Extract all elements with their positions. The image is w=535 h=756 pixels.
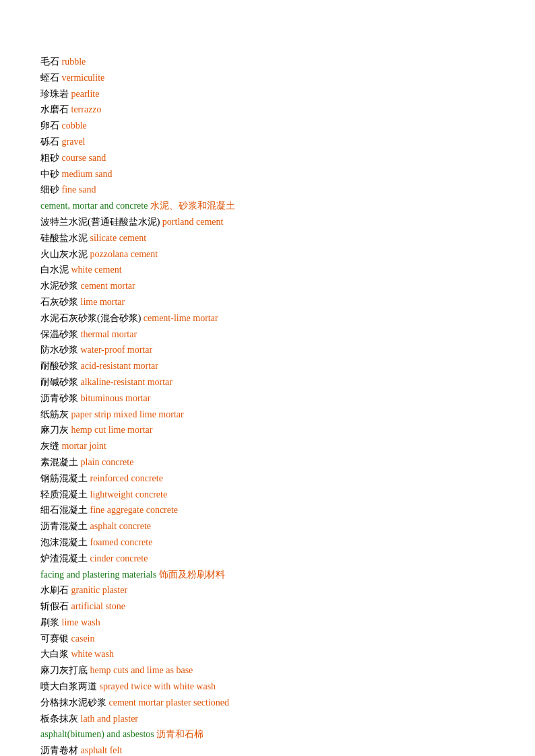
list-item: 纸筋灰 paper strip mixed lime mortar xyxy=(40,407,495,423)
english-term: gravel xyxy=(62,137,86,147)
list-item: 保温砂浆 thermal mortar xyxy=(40,327,495,343)
chinese-term: 白水泥 xyxy=(40,265,69,275)
chinese-term: 素混凝土 xyxy=(40,457,78,467)
english-term: lime mortar xyxy=(81,297,125,307)
list-item: 麻刀灰打底 hemp cuts and lime as base xyxy=(40,662,495,679)
chinese-term: 细砂 xyxy=(40,184,59,195)
list-item: asphalt(bitumen) and asbestos 沥青和石棉 xyxy=(40,726,495,743)
english-term: lath and plaster xyxy=(81,714,139,724)
list-item: 细砂 fine sand xyxy=(40,182,495,198)
list-item: 麻刀灰 hemp cut lime mortar xyxy=(40,422,495,438)
english-term: pearlite xyxy=(71,89,100,99)
english-term: mortar joint xyxy=(62,441,107,451)
list-item: 板条抹灰 lath and plaster xyxy=(40,711,495,727)
list-item: 砾石 gravel xyxy=(40,134,495,150)
english-term: portland cement xyxy=(162,217,224,227)
list-item: 泡沫混凝土 foamed concrete xyxy=(40,535,495,551)
chinese-term: 炉渣混凝土 xyxy=(40,553,88,563)
list-item: 毛石 rubble xyxy=(40,54,495,70)
list-item: 刷浆 lime wash xyxy=(40,615,495,631)
chinese-term: 保温砂浆 xyxy=(40,329,78,339)
list-item: 细石混凝土 fine aggregate concrete xyxy=(40,502,495,518)
list-item: 中砂 medium sand xyxy=(40,166,495,182)
chinese-term: 水泥石灰砂浆(混合砂浆) xyxy=(40,313,141,323)
list-item: 灰缝 mortar joint xyxy=(40,438,495,454)
content-area: 毛石 rubble蛭石 vermiculite珍珠岩 pearlite水磨石 t… xyxy=(40,54,495,756)
list-item: 喷大白浆两道 sprayed twice with white wash xyxy=(40,679,495,695)
list-item: 波特兰水泥(普通硅酸盐水泥) portland cement xyxy=(40,214,495,230)
english-term: thermal mortar xyxy=(81,329,137,339)
english-term: artificial stone xyxy=(71,601,125,611)
chinese-term: 分格抹水泥砂浆 xyxy=(40,697,106,708)
chinese-term: 中砂 xyxy=(40,169,59,179)
chinese-term: 石灰砂浆 xyxy=(40,297,78,307)
section-en-label: facing and plastering materials xyxy=(40,570,156,580)
english-term: rubble xyxy=(62,57,86,67)
english-term: pozzolana cement xyxy=(90,249,158,259)
chinese-term: 硅酸盐水泥 xyxy=(40,233,88,243)
english-term: terrazzo xyxy=(71,104,102,114)
list-item: 轻质混凝土 lightweight concrete xyxy=(40,487,495,503)
chinese-term: 砾石 xyxy=(40,137,59,147)
section-zh-label: 水泥、砂浆和混凝土 xyxy=(150,201,235,211)
chinese-term: 钢筋混凝土 xyxy=(40,473,88,483)
chinese-term: 防水砂浆 xyxy=(40,345,78,355)
english-term: lightweight concrete xyxy=(90,489,168,500)
chinese-term: 斩假石 xyxy=(40,601,69,611)
list-item: 石灰砂浆 lime mortar xyxy=(40,294,495,310)
chinese-term: 大白浆 xyxy=(40,649,69,659)
english-term: cement mortar xyxy=(81,281,135,291)
chinese-term: 沥青卷材 xyxy=(40,745,78,755)
section-en-label: cement, mortar and concrete xyxy=(40,201,148,211)
english-term: alkaline-resistant mortar xyxy=(81,377,172,387)
chinese-term: 可赛银 xyxy=(40,633,69,644)
chinese-term: 泡沫混凝土 xyxy=(40,537,88,547)
list-item: 沥青卷材 asphalt felt xyxy=(40,743,495,756)
list-item: 白水泥 white cement xyxy=(40,262,495,278)
english-term: silicate cement xyxy=(90,233,147,243)
list-item: 钢筋混凝土 reinforced concrete xyxy=(40,471,495,487)
list-item: 斩假石 artificial stone xyxy=(40,598,495,615)
english-term: acid-resistant mortar xyxy=(81,361,158,371)
section-en-label: asphalt(bitumen) and asbestos xyxy=(40,729,154,739)
chinese-term: 轻质混凝土 xyxy=(40,489,88,500)
list-item: 耐酸砂浆 acid-resistant mortar xyxy=(40,358,495,374)
english-term: fine aggregate concrete xyxy=(90,505,179,515)
english-term: sprayed twice with white wash xyxy=(100,681,216,691)
chinese-term: 火山灰水泥 xyxy=(40,249,88,259)
english-term: foamed concrete xyxy=(90,537,153,547)
english-term: casein xyxy=(71,633,95,644)
english-term: cement-lime mortar xyxy=(144,313,218,323)
section-zh-label: 饰面及粉刷材料 xyxy=(159,570,225,580)
chinese-term: 珍珠岩 xyxy=(40,89,69,99)
list-item: 水磨石 terrazzo xyxy=(40,102,495,118)
list-item: 可赛银 casein xyxy=(40,631,495,647)
chinese-term: 蛭石 xyxy=(40,73,59,83)
english-term: asphalt felt xyxy=(81,745,123,755)
chinese-term: 波特兰水泥(普通硅酸盐水泥) xyxy=(40,217,160,227)
english-term: cinder concrete xyxy=(90,553,148,563)
chinese-term: 细石混凝土 xyxy=(40,505,88,515)
list-item: 沥青砂浆 bituminous mortar xyxy=(40,390,495,407)
list-item: 卵石 cobble xyxy=(40,118,495,134)
chinese-term: 耐碱砂浆 xyxy=(40,377,78,387)
list-item: 沥青混凝土 asphalt concrete xyxy=(40,518,495,535)
chinese-term: 沥青砂浆 xyxy=(40,393,78,403)
chinese-term: 耐酸砂浆 xyxy=(40,361,78,371)
chinese-term: 粗砂 xyxy=(40,153,59,163)
english-term: lime wash xyxy=(62,617,100,627)
chinese-term: 刷浆 xyxy=(40,617,59,627)
english-term: asphalt concrete xyxy=(90,521,152,531)
chinese-term: 麻刀灰 xyxy=(40,425,69,435)
english-term: white wash xyxy=(71,649,114,659)
list-item: 硅酸盐水泥 silicate cement xyxy=(40,230,495,246)
english-term: fine sand xyxy=(62,184,96,195)
chinese-term: 纸筋灰 xyxy=(40,409,69,419)
list-item: 防水砂浆 water-proof mortar xyxy=(40,342,495,358)
english-term: plain concrete xyxy=(81,457,134,467)
section-zh-label: 沥青和石棉 xyxy=(156,729,203,739)
list-item: 珍珠岩 pearlite xyxy=(40,86,495,102)
chinese-term: 毛石 xyxy=(40,57,59,67)
chinese-term: 沥青混凝土 xyxy=(40,521,88,531)
list-item: 水泥石灰砂浆(混合砂浆) cement-lime mortar xyxy=(40,310,495,327)
